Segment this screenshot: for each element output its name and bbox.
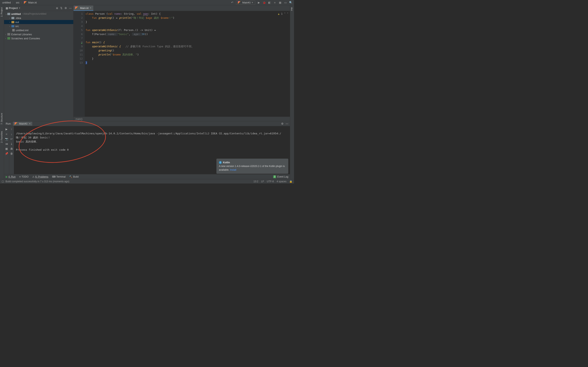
tree-root-path: ~/IdeaProjects/untitled (22, 12, 46, 15)
expand-icon[interactable]: ⇅ (60, 7, 62, 9)
console-line: Sonic 真的很棒。 (16, 140, 39, 143)
gutter[interactable]: 1 2 3 4 5 6 7 8▶ 9 10 11 12 13 (73, 11, 85, 117)
gear-icon[interactable]: ⚙ (281, 122, 284, 125)
tree-root-name: untitled (11, 12, 21, 16)
inspection-widget[interactable]: ▲1 ˄ ˅ (278, 12, 288, 16)
breadcrumb-folder[interactable]: src (15, 1, 20, 4)
file-icon (12, 29, 15, 31)
line-number: 5 (73, 28, 83, 32)
close-icon[interactable]: × (29, 122, 31, 125)
sync-icon[interactable]: ↶ (231, 1, 234, 4)
tree-item-label: .idea (15, 17, 21, 20)
line-number: 6 (73, 32, 83, 36)
balloon-title: Kotlin (223, 161, 230, 164)
tree-root[interactable]: ⌄ untitled ~/IdeaProjects/untitled (4, 12, 73, 16)
tree-item-label: External Libraries (11, 33, 32, 36)
tool-event-log[interactable]: Event Log (277, 175, 288, 178)
rail-ant-tab[interactable]: Ant (290, 6, 293, 12)
folder-icon (11, 17, 14, 19)
breadcrumb-file[interactable]: Main.kt (27, 1, 37, 4)
expand-arrow-icon[interactable]: › (9, 25, 11, 27)
tree-item[interactable]: untitled.iml (4, 28, 73, 32)
down-icon[interactable]: ↓ (10, 132, 13, 136)
left-tool-rail: 1: Project 7: Structure 2: Favorites (0, 5, 4, 179)
editor-tabs: Main.kt × (73, 5, 290, 11)
stop-icon[interactable]: ■ (273, 1, 277, 4)
rail-favorites-tab[interactable]: 2: Favorites (0, 130, 3, 144)
hide-icon[interactable]: — (286, 122, 288, 125)
search-icon[interactable]: 🔍 (289, 1, 292, 4)
project-tree[interactable]: ⌄ untitled ~/IdeaProjects/untitled › .id… (4, 11, 73, 121)
readonly-lock-icon[interactable]: 🔒 (289, 180, 292, 183)
tree-external-libs[interactable]: › External Libraries (4, 32, 73, 36)
tree-item-label: untitled.iml (16, 29, 28, 32)
run-icon[interactable]: ▶ (257, 1, 260, 4)
tree-item[interactable]: › .idea (4, 16, 73, 20)
console-line: 嗨！年紀 30 歲的 Sonic！ (16, 136, 51, 139)
notification-balloon[interactable]: iKotlin A new version 1.4.0-release-IJ20… (216, 159, 288, 174)
dump-icon[interactable]: 📷 (5, 137, 8, 141)
gutter-run-icon[interactable]: ▶ (81, 41, 82, 45)
rail-project-tab[interactable]: 1: Project (0, 6, 3, 18)
tree-item[interactable]: › src (4, 24, 73, 28)
dropdown-arrow-icon[interactable]: ▼ (18, 7, 21, 9)
next-highlight-icon[interactable]: ˅ (287, 12, 288, 16)
indent[interactable]: 4 spaces (277, 180, 286, 183)
tool-build[interactable]: 🔨Build (69, 175, 79, 178)
editor-body[interactable]: 1 2 3 4 5 6 7 8▶ 9 10 11 12 13 ▲1 (73, 11, 290, 117)
install-link[interactable]: Install (230, 168, 236, 171)
chevron-right-icon: 〉 (11, 1, 15, 4)
expand-arrow-icon[interactable]: › (5, 37, 7, 40)
bottom-tool-bar: ▶4: Run ≡TODO ⚠6: Problems ⌨Terminal 🔨Bu… (4, 174, 290, 179)
editor-breadcrumb[interactable]: main() (73, 117, 290, 121)
encoding[interactable]: UTF-8 (267, 180, 274, 183)
expand-arrow-icon[interactable]: › (5, 33, 7, 35)
tree-item-selected[interactable]: › out (4, 20, 73, 24)
tree-scratches[interactable]: › Scratches and Consoles (4, 36, 73, 40)
exit-icon[interactable]: ⏮ (5, 142, 8, 145)
expand-arrow-icon[interactable]: › (9, 17, 11, 19)
breadcrumb-project[interactable]: untitled (2, 1, 11, 4)
print-icon[interactable]: 🖶 (10, 147, 13, 150)
rail-structure-tab[interactable]: 7: Structure (0, 112, 3, 126)
code-area[interactable]: ▲1 ˄ ˅ class Person (val name: String, v… (85, 11, 290, 117)
tool-run[interactable]: ▶4: Run (6, 175, 16, 178)
run-title: Run: (6, 122, 11, 125)
line-number: 11 (73, 53, 83, 57)
source-folder-icon (11, 25, 14, 27)
expand-arrow-icon[interactable]: ⌄ (5, 13, 7, 15)
run-tab[interactable]: MainKt × (13, 122, 32, 125)
rerun-icon[interactable]: ▶ (5, 127, 8, 131)
close-tab-icon[interactable]: × (90, 7, 91, 9)
console-line: /Users/maplewing/Library/Java/JavaVirtua… (16, 132, 281, 135)
clear-icon[interactable]: 🗑 (10, 152, 13, 155)
run-configuration-selector[interactable]: MainKt ▼ (236, 0, 255, 5)
window-icon[interactable]: ▭ (284, 1, 287, 4)
hide-icon[interactable]: — (69, 7, 72, 9)
caret-position[interactable]: 13:2 (254, 180, 258, 183)
line-number: 8▶ (73, 40, 83, 44)
tool-problems[interactable]: ⚠6: Problems (32, 175, 48, 178)
status-icon[interactable]: ▢ (2, 180, 4, 183)
coverage-icon[interactable]: ◧ (268, 1, 271, 4)
line-number: 3 (73, 20, 83, 24)
expand-arrow-icon[interactable]: › (9, 21, 11, 23)
wrap-icon[interactable]: ↩ (10, 137, 13, 141)
project-structure-icon[interactable]: ▦ (278, 1, 282, 4)
tool-todo[interactable]: ≡TODO (19, 175, 28, 178)
status-message: Build completed successfully in 7 s 313 … (6, 180, 69, 183)
tool-terminal[interactable]: ⌨Terminal (52, 175, 66, 178)
stop-icon[interactable]: ■ (5, 132, 8, 136)
select-file-icon[interactable]: ⊕ (56, 7, 58, 9)
scroll-icon[interactable]: ⤓ (10, 142, 13, 145)
line-separator[interactable]: LF (261, 180, 264, 183)
up-icon[interactable]: ↑ (10, 127, 13, 131)
layout-icon[interactable]: ▦ (5, 147, 8, 150)
pin-icon[interactable]: 📌 (5, 152, 8, 155)
scratches-icon (7, 37, 10, 40)
gear-icon[interactable]: ⚙ (65, 7, 67, 9)
editor-tab-active[interactable]: Main.kt × (73, 6, 93, 11)
prev-highlight-icon[interactable]: ˄ (284, 12, 285, 16)
debug-icon[interactable]: 🐞 (263, 1, 266, 4)
line-number: 4 (73, 24, 83, 28)
